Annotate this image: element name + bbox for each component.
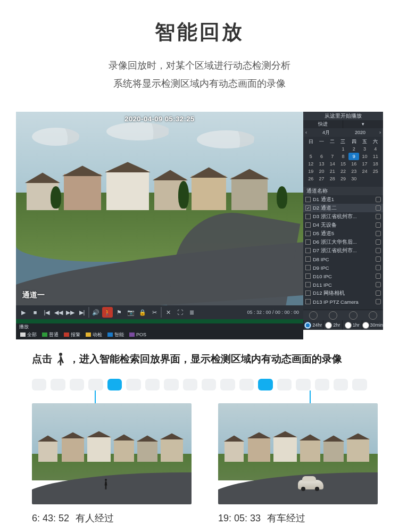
calendar-day[interactable]: 7 bbox=[327, 153, 338, 160]
legend-smart[interactable]: 智能 bbox=[107, 331, 124, 338]
channel-checkbox[interactable] bbox=[305, 265, 311, 270]
thumbnail-2[interactable]: 19: 05: 33有车经过 bbox=[218, 403, 378, 525]
calendar-next-month[interactable]: › bbox=[377, 130, 383, 135]
timeline-segment[interactable] bbox=[220, 379, 235, 390]
timeline-segment[interactable] bbox=[107, 379, 122, 390]
channel-camera-icon[interactable] bbox=[376, 256, 381, 262]
calendar-day[interactable]: 11 bbox=[370, 153, 381, 160]
calendar-day[interactable]: 12 bbox=[305, 160, 316, 168]
channel-checkbox[interactable] bbox=[305, 256, 311, 262]
timeline-segment[interactable] bbox=[296, 379, 310, 390]
calendar-day[interactable]: 9 bbox=[348, 153, 359, 160]
calendar-day[interactable]: 24 bbox=[359, 168, 370, 175]
tag-button[interactable]: ⚑ bbox=[114, 307, 124, 318]
channel-camera-icon[interactable] bbox=[376, 265, 381, 270]
side-panel-tab-dropdown[interactable]: ▾ bbox=[343, 120, 383, 128]
calendar-prev-month[interactable]: ‹ bbox=[303, 130, 309, 135]
timeline-segment[interactable] bbox=[164, 379, 178, 390]
channel-camera-icon[interactable] bbox=[376, 222, 381, 228]
shuffle-button[interactable]: ✕ bbox=[163, 307, 173, 318]
channel-row[interactable]: D10 IPC bbox=[303, 272, 383, 280]
calendar-year-label[interactable]: 2020 bbox=[343, 130, 377, 135]
channel-checkbox[interactable] bbox=[305, 299, 311, 304]
rewind-button[interactable]: ◀◀ bbox=[53, 307, 64, 318]
channel-checkbox[interactable] bbox=[305, 222, 311, 228]
prev-frame-button[interactable]: |◀ bbox=[41, 307, 52, 318]
calendar-day[interactable]: 3 bbox=[359, 145, 370, 153]
next-frame-button[interactable]: ▶| bbox=[77, 307, 87, 318]
channel-checkbox[interactable] bbox=[305, 290, 311, 296]
channel-row[interactable]: D8 IPC bbox=[303, 255, 383, 263]
timeline-segment[interactable] bbox=[126, 379, 140, 390]
timeline-segment[interactable] bbox=[352, 379, 367, 390]
timeline-segment[interactable] bbox=[239, 379, 254, 390]
calendar-day[interactable]: 18 bbox=[370, 160, 381, 168]
calendar-day[interactable]: 25 bbox=[370, 168, 381, 175]
legend-pos[interactable]: POS bbox=[129, 332, 146, 337]
calendar-day[interactable]: 29 bbox=[338, 175, 348, 182]
calendar-day[interactable]: 8 bbox=[338, 153, 348, 160]
calendar-day[interactable]: 30 bbox=[348, 175, 359, 182]
calendar-day[interactable]: 20 bbox=[316, 168, 327, 175]
video-pane[interactable]: 2020-04-09 05:32:25 通道一 ▶ ■ |◀ ◀◀ ▶▶ ▶| … bbox=[16, 112, 303, 330]
calendar-day[interactable]: 21 bbox=[327, 168, 338, 175]
channel-camera-icon[interactable] bbox=[376, 214, 381, 219]
channel-row[interactable]: ✓D2 通道二 bbox=[303, 204, 383, 212]
channel-row[interactable]: D13 IP PTZ Camera bbox=[303, 297, 383, 306]
calendar-day[interactable]: 6 bbox=[316, 153, 327, 160]
channel-camera-icon[interactable] bbox=[376, 205, 381, 211]
range-2hr[interactable]: 2hr bbox=[323, 320, 343, 330]
channel-camera-icon[interactable] bbox=[376, 239, 381, 245]
timeline-segment[interactable] bbox=[32, 379, 46, 390]
timeline-segment[interactable] bbox=[88, 379, 103, 390]
tool-tag-icon[interactable] bbox=[349, 311, 358, 320]
channel-row[interactable]: D9 IPC bbox=[303, 263, 383, 272]
legend-all[interactable]: 全部 bbox=[20, 331, 37, 338]
calendar-day[interactable]: 28 bbox=[327, 175, 338, 182]
calendar-day[interactable]: 1 bbox=[338, 145, 348, 153]
play-button[interactable]: ▶ bbox=[18, 307, 29, 318]
timeline-segment[interactable] bbox=[70, 379, 84, 390]
calendar-day[interactable]: 19 bbox=[305, 168, 316, 175]
timeline-segment[interactable] bbox=[51, 379, 65, 390]
thumbnail-2-image[interactable] bbox=[218, 403, 378, 504]
lock-button[interactable]: 🔒 bbox=[137, 307, 148, 318]
calendar-day[interactable]: 13 bbox=[316, 160, 327, 168]
timeline-segment[interactable] bbox=[183, 379, 197, 390]
calendar-day[interactable]: 22 bbox=[338, 168, 348, 175]
channel-row[interactable]: D4 无设备 bbox=[303, 221, 383, 229]
legend-motion[interactable]: 动检 bbox=[86, 331, 102, 338]
range-24hr[interactable]: 24hr bbox=[303, 320, 323, 330]
calendar-day[interactable]: 15 bbox=[338, 160, 348, 168]
fullscreen-button[interactable]: ⛶ bbox=[174, 307, 185, 318]
calendar-day[interactable]: 5 bbox=[305, 153, 316, 160]
calendar-day[interactable]: 10 bbox=[359, 153, 370, 160]
channel-checkbox[interactable] bbox=[305, 239, 311, 245]
channel-camera-icon[interactable] bbox=[376, 248, 381, 253]
calendar-day[interactable]: 16 bbox=[348, 160, 359, 168]
tool-eye-icon[interactable] bbox=[309, 311, 318, 320]
calendar-month-label[interactable]: 4月 bbox=[309, 129, 343, 136]
tool-circle-icon[interactable] bbox=[329, 311, 337, 320]
channel-checkbox[interactable] bbox=[305, 248, 311, 253]
channel-row[interactable]: D5 通道5 bbox=[303, 229, 383, 238]
playback-timeline[interactable] bbox=[16, 319, 303, 323]
thumbnail-1-image[interactable] bbox=[32, 403, 192, 504]
calendar-day[interactable]: 2 bbox=[348, 145, 359, 153]
channel-row[interactable]: D6 浙江大华售后... bbox=[303, 238, 383, 246]
calendar-day[interactable]: 23 bbox=[348, 168, 359, 175]
channel-row[interactable]: D7 浙江省杭州市... bbox=[303, 246, 383, 255]
channel-checkbox[interactable] bbox=[305, 214, 311, 219]
tool-list-icon[interactable] bbox=[369, 311, 377, 320]
calendar-day[interactable]: 26 bbox=[305, 175, 316, 182]
channel-checkbox[interactable] bbox=[305, 231, 311, 236]
timeline-segment[interactable] bbox=[334, 379, 348, 390]
channel-camera-icon[interactable] bbox=[376, 197, 381, 202]
snapshot-button[interactable]: 📷 bbox=[126, 307, 136, 318]
stop-button[interactable]: ■ bbox=[30, 307, 40, 318]
calendar-day[interactable]: 27 bbox=[316, 175, 327, 182]
range-1hr[interactable]: 1hr bbox=[342, 320, 362, 330]
calendar-day[interactable]: 14 bbox=[327, 160, 338, 168]
smart-search-button[interactable]: 🚶 bbox=[102, 307, 113, 318]
channel-row[interactable]: D11 IPC bbox=[303, 280, 383, 289]
